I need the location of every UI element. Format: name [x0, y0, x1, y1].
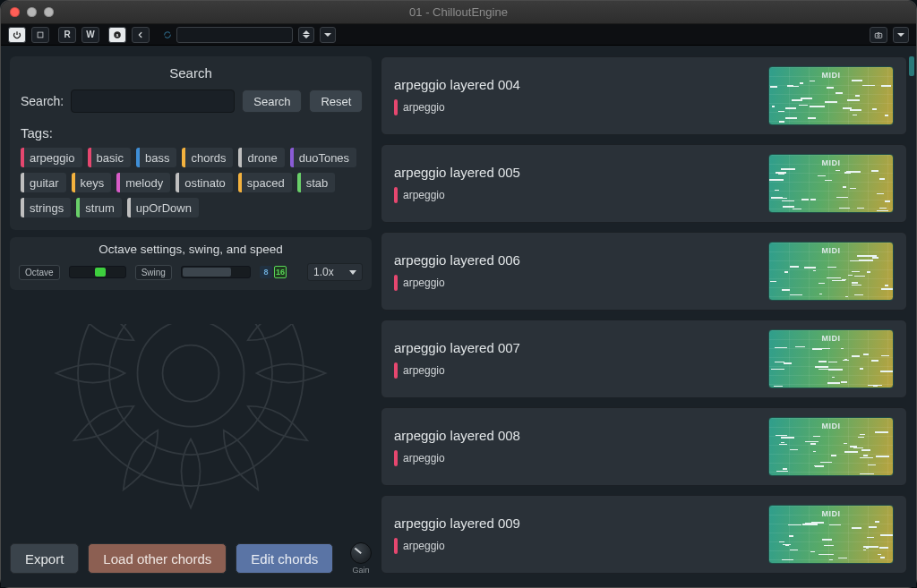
- chevron-down-icon: [324, 33, 331, 37]
- window-minimize-button[interactable]: [27, 7, 37, 17]
- tag-stripe: [76, 198, 80, 217]
- tag-strings[interactable]: strings: [21, 198, 71, 217]
- back-button[interactable]: [132, 27, 150, 43]
- window-titlebar: 01 - ChilloutEngine: [1, 1, 916, 24]
- tag-stripe: [394, 362, 398, 379]
- search-button[interactable]: Search: [242, 89, 302, 113]
- midi-preview[interactable]: MIDI: [768, 154, 894, 213]
- tag-chords[interactable]: chords: [182, 148, 233, 167]
- tag-ostinato[interactable]: ostinato: [176, 173, 233, 192]
- octave-label: Octave: [19, 265, 60, 280]
- result-tag: arpeggio: [394, 450, 445, 466]
- tag-stripe: [127, 198, 131, 217]
- swing-8-badge[interactable]: 8: [260, 266, 272, 278]
- sync-icon: [163, 30, 172, 39]
- tag-stripe: [72, 173, 75, 192]
- midi-preview[interactable]: MIDI: [768, 66, 894, 125]
- load-chords-button[interactable]: Load other chords: [88, 543, 227, 574]
- result-tag: arpeggio: [394, 99, 445, 115]
- compare-button[interactable]: [31, 27, 49, 43]
- read-automation-button[interactable]: R: [58, 27, 76, 43]
- result-item[interactable]: arpeggio layered 005arpeggioMIDI: [381, 144, 907, 223]
- swing-label: Swing: [135, 265, 172, 280]
- midi-preview[interactable]: MIDI: [768, 242, 894, 301]
- result-tag: arpeggio: [394, 275, 445, 291]
- midi-preview[interactable]: MIDI: [768, 505, 894, 564]
- chevron-down-icon: [897, 33, 904, 37]
- tag-stripe: [21, 148, 24, 167]
- snapshot-button[interactable]: [870, 27, 887, 43]
- tag-duoTones[interactable]: duoTones: [290, 148, 356, 167]
- export-button[interactable]: Export: [10, 543, 79, 574]
- tag-stripe: [238, 148, 242, 167]
- tag-label: chords: [191, 151, 226, 165]
- tag-stripe: [297, 173, 301, 192]
- tag-stripe: [136, 148, 140, 167]
- arrow-left-icon: [136, 30, 145, 39]
- view-menu-button[interactable]: [893, 27, 909, 43]
- gain-control: Gain: [350, 542, 372, 575]
- result-item[interactable]: arpeggio layered 008arpeggioMIDI: [381, 407, 907, 486]
- search-input[interactable]: [71, 89, 235, 113]
- svg-point-5: [163, 345, 219, 402]
- tag-stripe: [116, 173, 120, 192]
- result-tag: arpeggio: [394, 538, 445, 554]
- result-name: arpeggio layered 007: [394, 340, 756, 355]
- result-name: arpeggio layered 008: [394, 428, 756, 443]
- power-button[interactable]: [8, 27, 26, 43]
- info-a-button[interactable]: a: [108, 27, 126, 43]
- tag-label: bass: [145, 151, 169, 165]
- decorative-mandala: [10, 324, 372, 530]
- result-tag-label: arpeggio: [403, 101, 445, 114]
- search-panel: Search Search: Search Reset Tags: arpegg…: [10, 56, 372, 230]
- preset-stepper[interactable]: [298, 27, 314, 43]
- svg-point-4: [878, 34, 880, 37]
- gain-knob[interactable]: [350, 542, 372, 564]
- a-icon: a: [113, 30, 122, 39]
- tag-label: strings: [30, 201, 64, 215]
- result-item[interactable]: arpeggio layered 009arpeggioMIDI: [381, 495, 907, 574]
- svg-rect-0: [38, 32, 43, 38]
- search-label: Search:: [21, 94, 64, 108]
- search-heading: Search: [21, 65, 361, 81]
- window-zoom-button[interactable]: [44, 7, 54, 17]
- tag-stripe: [182, 148, 185, 167]
- swing-slider[interactable]: [181, 266, 251, 278]
- tag-keys[interactable]: keys: [72, 173, 112, 192]
- tag-arpeggio[interactable]: arpeggio: [21, 148, 82, 167]
- tag-label: ostinato: [184, 176, 226, 190]
- tag-basic[interactable]: basic: [88, 148, 131, 167]
- tag-label: keys: [81, 176, 105, 190]
- swing-16-badge[interactable]: 16: [274, 266, 287, 278]
- tag-drone[interactable]: drone: [238, 148, 284, 167]
- octave-slider[interactable]: [69, 266, 126, 278]
- window-close-button[interactable]: [10, 7, 20, 17]
- tag-strum[interactable]: strum: [76, 198, 122, 217]
- tag-bass[interactable]: bass: [136, 148, 176, 167]
- tag-stripe: [394, 538, 398, 554]
- svg-text:a: a: [116, 31, 119, 37]
- window-title: 01 - ChilloutEngine: [1, 5, 916, 19]
- tag-spaced[interactable]: spaced: [238, 173, 292, 192]
- midi-preview[interactable]: MIDI: [768, 417, 894, 476]
- results-list: arpeggio layered 004arpeggioMIDIarpeggio…: [381, 56, 907, 578]
- write-automation-button[interactable]: W: [81, 27, 99, 43]
- tag-stab[interactable]: stab: [297, 173, 336, 192]
- result-item[interactable]: arpeggio layered 004arpeggioMIDI: [381, 56, 907, 135]
- preset-menu-button[interactable]: [320, 27, 336, 43]
- midi-preview[interactable]: MIDI: [768, 329, 894, 388]
- result-item[interactable]: arpeggio layered 006arpeggioMIDI: [381, 232, 907, 311]
- result-item[interactable]: arpeggio layered 007arpeggioMIDI: [381, 320, 907, 398]
- chevron-down-icon: [349, 270, 356, 275]
- edit-chords-button[interactable]: Edit chords: [236, 543, 333, 574]
- tag-upOrDown[interactable]: upOrDown: [127, 198, 199, 217]
- tag-melody[interactable]: melody: [116, 173, 170, 192]
- speed-select[interactable]: 1.0x: [307, 263, 363, 281]
- scrollbar-thumb[interactable]: [909, 56, 914, 76]
- gain-label: Gain: [352, 566, 369, 575]
- tag-guitar[interactable]: guitar: [21, 173, 66, 192]
- tag-label: strum: [85, 201, 115, 215]
- reset-button[interactable]: Reset: [309, 89, 363, 113]
- preset-name-field[interactable]: [176, 27, 293, 43]
- tag-label: spaced: [247, 176, 285, 190]
